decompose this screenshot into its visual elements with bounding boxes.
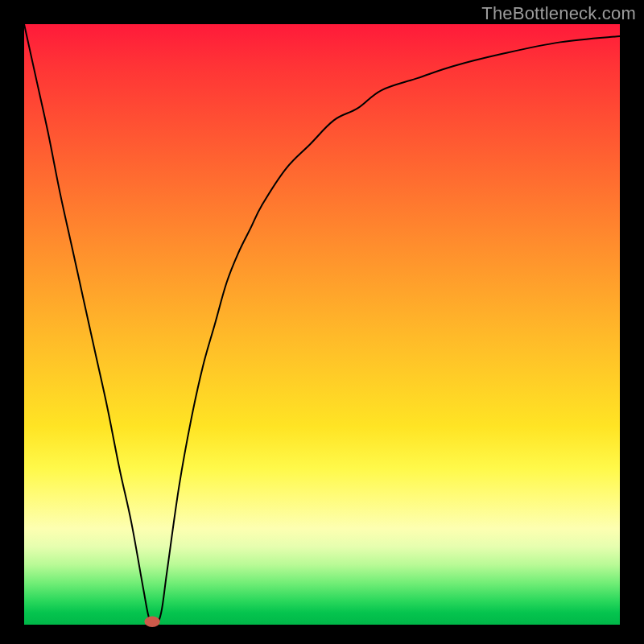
outer-frame: TheBottleneck.com bbox=[0, 0, 644, 644]
chart-overlay bbox=[24, 24, 620, 625]
bottleneck-curve bbox=[24, 24, 620, 625]
watermark-text: TheBottleneck.com bbox=[481, 3, 636, 24]
minimum-marker bbox=[144, 617, 159, 627]
